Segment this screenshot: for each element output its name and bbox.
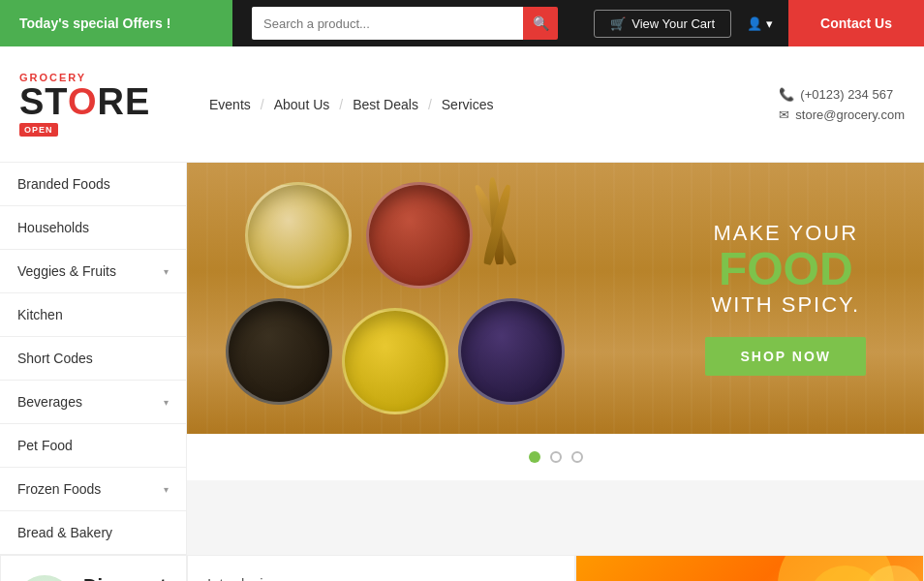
bowl-chili	[366, 182, 473, 289]
contact-button[interactable]: Contact Us	[788, 0, 924, 46]
nav-deals[interactable]: Best Deals	[347, 97, 424, 112]
sidebar-label-veggies: Veggies & Fruits	[17, 263, 116, 279]
bowl-black-pepper	[226, 298, 332, 405]
sidebar-label-branded: Branded Foods	[17, 176, 110, 192]
intro-card: Introducing Best Store For For GROCERIES	[187, 555, 575, 581]
hero-section: MAKE YOUR FOOD WITH SPICY. SHOP NOW	[187, 163, 924, 555]
sidebar-item-beverages[interactable]: Beverages ▾	[0, 381, 186, 424]
hero-banner: MAKE YOUR FOOD WITH SPICY. SHOP NOW	[187, 163, 924, 434]
chevron-down-icon-bev: ▾	[164, 397, 169, 408]
dot-2[interactable]	[550, 451, 562, 463]
nav-events[interactable]: Events	[203, 97, 257, 112]
sidebar-item-branded-foods[interactable]: Branded Foods	[0, 163, 186, 206]
sidebar-label-pet: Pet Food	[17, 438, 73, 453]
header-contact: 📞 (+0123) 234 567 ✉ store@grocery.com	[779, 87, 905, 122]
user-icon: 👤	[747, 16, 762, 31]
shop-now-button[interactable]: SHOP NOW	[705, 337, 866, 376]
nav-sep-2: /	[335, 97, 347, 112]
header: GROCERY STORE OPEN Events / About Us / B…	[0, 46, 924, 163]
sidebar-label-frozen: Frozen Foods	[17, 481, 101, 497]
dot-1[interactable]	[529, 451, 540, 463]
bowl-grain	[245, 182, 352, 289]
splash-card	[575, 555, 925, 581]
nav-services[interactable]: Services	[436, 97, 500, 112]
sidebar-label-households: Households	[17, 220, 89, 235]
chevron-down-icon: ▾	[164, 266, 169, 277]
sidebar-item-households[interactable]: Households	[0, 206, 186, 250]
main-layout: Branded Foods Households Veggies & Fruit…	[0, 163, 924, 555]
header-phone: 📞 (+0123) 234 567	[779, 87, 893, 102]
sidebar-item-kitchen[interactable]: Kitchen	[0, 293, 186, 337]
bowl-blueberry	[458, 298, 565, 405]
discount-card: 🥕 Discount Offer	[0, 555, 187, 581]
sidebar-label-short-codes: Short Codes	[17, 351, 93, 366]
offer-banner: Today's special Offers !	[0, 0, 232, 46]
email-address: store@grocery.com	[795, 107, 905, 122]
orange-splash	[576, 556, 924, 581]
search-button[interactable]: 🔍	[523, 7, 558, 40]
logo-store: STORE	[19, 83, 203, 120]
bowls-visual	[206, 172, 536, 424]
sidebar-label-bread: Bread & Bakery	[17, 525, 112, 540]
hero-text-block: MAKE YOUR FOOD WITH SPICY. SHOP NOW	[705, 221, 866, 376]
user-menu[interactable]: 👤 ▾	[747, 16, 773, 31]
top-bar: Today's special Offers ! 🔍 🛒 View Your C…	[0, 0, 924, 46]
offer-text: Today's special Offers !	[19, 15, 170, 31]
sidebar-item-pet-food[interactable]: Pet Food	[0, 424, 186, 468]
sidebar-label-beverages: Beverages	[17, 394, 82, 410]
user-dropdown-icon: ▾	[766, 16, 773, 31]
hero-line3: WITH SPICY.	[705, 292, 866, 318]
nav-about[interactable]: About Us	[268, 97, 336, 112]
cart-label: View Your Cart	[631, 16, 715, 31]
contact-label: Contact Us	[820, 15, 892, 31]
sidebar-item-bread[interactable]: Bread & Bakery	[0, 511, 186, 555]
logo-open-badge: OPEN	[19, 123, 58, 137]
nav-sep-1: /	[257, 97, 268, 112]
sidebar-item-veggies[interactable]: Veggies & Fruits ▾	[0, 250, 186, 293]
hero-line2: FOOD	[705, 246, 866, 292]
search-input[interactable]	[252, 7, 523, 40]
sidebar: Branded Foods Households Veggies & Fruit…	[0, 163, 187, 555]
sidebar-item-frozen-foods[interactable]: Frozen Foods ▾	[0, 468, 186, 511]
header-email: ✉ store@grocery.com	[779, 107, 905, 122]
bowl-turmeric	[342, 308, 448, 414]
nav-sep-3: /	[424, 97, 436, 112]
slider-dots	[187, 434, 924, 480]
phone-icon: 📞	[779, 87, 794, 102]
search-container: 🔍	[232, 7, 594, 40]
bottom-section: 🥕 Discount Offer Introducing Best Store …	[0, 555, 924, 581]
cart-icon: 🛒	[610, 16, 626, 31]
discount-info: Discount Offer	[83, 575, 171, 581]
dot-3[interactable]	[571, 451, 583, 463]
email-icon: ✉	[779, 107, 789, 122]
sidebar-item-short-codes[interactable]: Short Codes	[0, 337, 186, 381]
sidebar-label-kitchen: Kitchen	[17, 307, 63, 322]
veggie-basket-icon: 🥕	[15, 575, 74, 581]
phone-number: (+0123) 234 567	[800, 87, 893, 102]
chevron-down-icon-frozen: ▾	[164, 484, 169, 495]
logo[interactable]: GROCERY STORE OPEN	[19, 72, 203, 137]
spoons-group	[477, 177, 526, 274]
cart-button[interactable]: 🛒 View Your Cart	[594, 10, 731, 38]
intro-line1: Introducing	[207, 575, 555, 581]
main-nav: Events / About Us / Best Deals / Service…	[203, 97, 759, 112]
discount-title: Discount Offer	[83, 575, 171, 581]
